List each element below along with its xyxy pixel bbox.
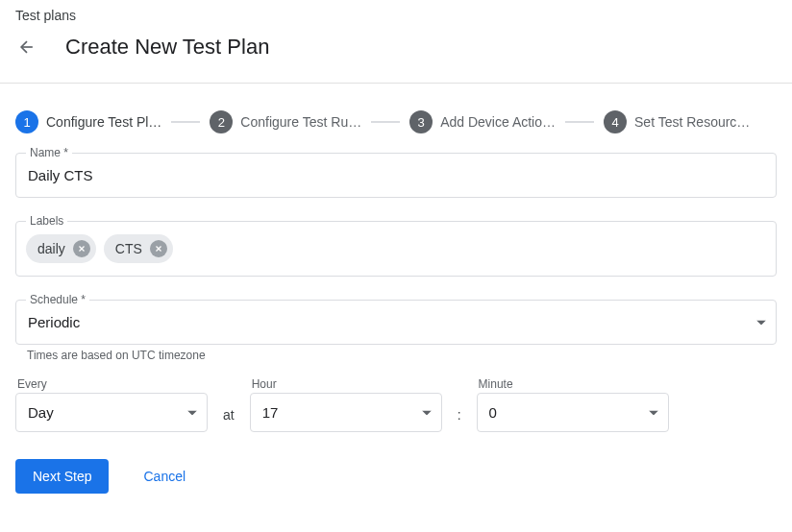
next-step-button[interactable]: Next Step [15, 459, 109, 494]
hour-select[interactable]: 17 [250, 393, 442, 432]
page-title: Create New Test Plan [65, 35, 269, 60]
step-label: Configure Test Pl… [46, 114, 161, 130]
name-label: Name * [26, 146, 72, 159]
name-field[interactable]: Name * [15, 153, 777, 198]
schedule-select[interactable]: Schedule * Periodic [15, 300, 777, 345]
every-field: Every Day [15, 377, 208, 432]
breadcrumb[interactable]: Test plans [0, 0, 792, 31]
step-connector [565, 121, 594, 123]
chip-daily: daily [26, 234, 96, 263]
minute-value: 0 [478, 394, 668, 431]
colon-text: : [442, 407, 477, 432]
step-number: 2 [210, 110, 233, 133]
form: Name * Labels daily CTS Schedule * Perio… [0, 153, 792, 494]
labels-label: Labels [26, 214, 67, 228]
step-connector [371, 121, 400, 123]
step-label: Set Test Resourc… [634, 114, 750, 130]
minute-select[interactable]: 0 [477, 393, 669, 432]
button-row: Next Step Cancel [15, 459, 777, 494]
every-value: Day [16, 394, 207, 431]
labels-container[interactable]: daily CTS [16, 222, 776, 276]
cancel-button[interactable]: Cancel [143, 469, 186, 484]
step-number: 1 [15, 110, 38, 133]
step-3[interactable]: 3 Add Device Actio… [409, 110, 556, 133]
step-4[interactable]: 4 Set Test Resourc… [604, 110, 750, 133]
hour-field: Hour 17 [250, 377, 442, 432]
minute-field: Minute 0 [477, 377, 669, 432]
step-label: Add Device Actio… [440, 114, 556, 130]
every-select[interactable]: Day [15, 393, 208, 432]
time-row: Every Day at Hour 17 : Minute 0 [15, 377, 777, 432]
step-label: Configure Test Ru… [240, 114, 361, 130]
schedule-value: Periodic [16, 301, 776, 344]
chip-remove-icon[interactable] [150, 240, 167, 257]
schedule-hint: Times are based on UTC timezone [27, 349, 777, 362]
every-label: Every [17, 377, 208, 391]
minute-label: Minute [479, 377, 669, 391]
hour-value: 17 [251, 394, 441, 431]
step-connector [171, 121, 200, 123]
step-number: 4 [604, 110, 627, 133]
stepper: 1 Configure Test Pl… 2 Configure Test Ru… [0, 84, 792, 153]
name-input[interactable] [16, 154, 776, 197]
page-header: Create New Test Plan [0, 31, 792, 84]
chip-remove-icon[interactable] [73, 240, 90, 257]
chip-cts: CTS [104, 234, 173, 263]
hour-label: Hour [252, 377, 442, 391]
back-arrow-icon[interactable] [15, 36, 38, 59]
labels-field[interactable]: Labels daily CTS [15, 221, 777, 277]
schedule-label: Schedule * [26, 293, 89, 306]
step-1[interactable]: 1 Configure Test Pl… [15, 110, 161, 133]
step-2[interactable]: 2 Configure Test Ru… [210, 110, 361, 133]
step-number: 3 [409, 110, 433, 133]
chip-text: daily [37, 241, 65, 256]
at-text: at [208, 407, 250, 432]
chip-text: CTS [115, 241, 142, 256]
